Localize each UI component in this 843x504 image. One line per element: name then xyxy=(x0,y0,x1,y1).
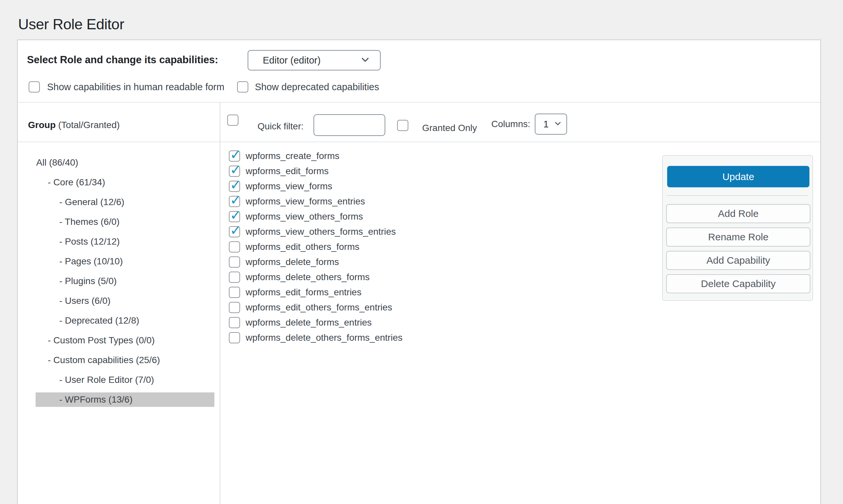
capability-row: ✓wpforms_view_forms_entries xyxy=(229,196,637,207)
group-tree-item[interactable]: - Posts (12/12) xyxy=(36,234,214,249)
group-tree-item[interactable]: - WPForms (13/6) xyxy=(36,392,214,407)
capability-checkbox[interactable]: ✓ xyxy=(229,226,240,237)
group-tree-item[interactable]: All (86/40) xyxy=(36,156,214,170)
group-tree-item[interactable]: - User Role Editor (7/0) xyxy=(36,373,214,387)
capability-label: wpforms_edit_others_forms_entries xyxy=(246,302,392,313)
check-icon: ✓ xyxy=(230,178,241,192)
group-header-rest: (Total/Granted) xyxy=(56,120,120,130)
filter-reverse-checkbox[interactable] xyxy=(227,114,238,126)
role-select[interactable]: Editor (editor) xyxy=(248,50,381,70)
capability-label: wpforms_edit_forms_entries xyxy=(246,287,362,298)
capability-label: wpforms_view_others_forms_entries xyxy=(246,227,396,237)
capability-checkbox[interactable] xyxy=(229,256,240,268)
capability-checkbox[interactable] xyxy=(229,272,240,283)
capability-row: ✓wpforms_view_others_forms xyxy=(229,211,637,222)
capability-label: wpforms_delete_others_forms_entries xyxy=(246,332,402,343)
quick-filter-input[interactable] xyxy=(313,114,385,136)
group-tree-item[interactable]: - Custom capabilities (25/6) xyxy=(36,353,214,367)
columns-select-value: 1 xyxy=(543,119,554,130)
check-icon: ✓ xyxy=(230,193,241,207)
group-tree-item[interactable]: - Core (61/34) xyxy=(36,175,214,190)
group-tree-item[interactable]: - Custom Post Types (0/0) xyxy=(36,333,214,348)
capability-row: wpforms_edit_others_forms_entries xyxy=(229,302,637,313)
add-capability-button[interactable]: Add Capability xyxy=(666,251,810,270)
rename-role-button[interactable]: Rename Role xyxy=(666,228,810,247)
deprecated-checkbox[interactable] xyxy=(237,81,248,92)
capability-row: ✓wpforms_edit_forms xyxy=(229,166,637,177)
column-divider xyxy=(220,103,220,504)
group-tree-item[interactable]: - Plugins (5/0) xyxy=(36,274,214,288)
capability-label: wpforms_create_forms xyxy=(246,151,340,161)
chevron-down-icon xyxy=(360,55,370,66)
role-select-value: Editor (editor) xyxy=(263,55,360,66)
chevron-down-icon xyxy=(554,120,562,129)
human-readable-checkbox[interactable] xyxy=(29,81,40,92)
capability-checkbox[interactable]: ✓ xyxy=(229,211,240,222)
columns-select[interactable]: 1 xyxy=(535,113,567,134)
capability-row: wpforms_edit_others_forms xyxy=(229,241,637,252)
capability-row: wpforms_delete_forms xyxy=(229,256,637,268)
capability-row: ✓wpforms_create_forms xyxy=(229,150,637,162)
group-tree-item[interactable]: - Pages (10/10) xyxy=(36,254,214,269)
quick-filter-label: Quick filter: xyxy=(257,121,304,132)
capability-label: wpforms_delete_others_forms xyxy=(246,272,370,283)
capability-checkbox[interactable]: ✓ xyxy=(229,181,240,192)
page-title: User Role Editor xyxy=(18,16,124,33)
capability-checkbox[interactable] xyxy=(229,332,240,343)
check-icon: ✓ xyxy=(230,148,241,162)
actions-panel: Update Add Role Rename Role Add Capabili… xyxy=(662,155,813,301)
delete-capability-button[interactable]: Delete Capability xyxy=(666,274,810,293)
capability-checkbox[interactable] xyxy=(229,317,240,328)
select-role-label: Select Role and change its capabilities: xyxy=(27,53,218,67)
columns-label: Columns: xyxy=(491,119,530,130)
capability-label: wpforms_view_forms_entries xyxy=(246,196,365,207)
capability-row: wpforms_delete_forms_entries xyxy=(229,317,637,328)
check-icon: ✓ xyxy=(230,223,241,237)
capability-row: wpforms_delete_others_forms xyxy=(229,272,637,283)
group-header: Group (Total/Granted) xyxy=(28,120,120,131)
check-icon: ✓ xyxy=(230,209,241,222)
group-tree: All (86/40)- Core (61/34)- General (12/6… xyxy=(36,156,214,412)
group-header-bold: Group xyxy=(28,120,56,130)
capability-list: ✓wpforms_create_forms✓wpforms_edit_forms… xyxy=(229,150,637,347)
group-tree-item[interactable]: - General (12/6) xyxy=(36,195,214,209)
capability-row: ✓wpforms_view_forms xyxy=(229,181,637,192)
update-button[interactable]: Update xyxy=(667,166,809,187)
capability-checkbox[interactable]: ✓ xyxy=(229,166,240,177)
group-tree-item[interactable]: - Themes (6/0) xyxy=(36,215,214,229)
capability-row: wpforms_edit_forms_entries xyxy=(229,287,637,298)
divider xyxy=(667,195,808,196)
capability-row: wpforms_delete_others_forms_entries xyxy=(229,332,637,343)
group-tree-item[interactable]: - Users (6/0) xyxy=(36,294,214,308)
user-role-editor-card: Select Role and change its capabilities:… xyxy=(17,39,821,504)
granted-only-checkbox[interactable] xyxy=(397,120,408,131)
capability-label: wpforms_view_forms xyxy=(246,181,332,192)
capability-label: wpforms_delete_forms_entries xyxy=(246,317,372,328)
capability-checkbox[interactable] xyxy=(229,241,240,252)
capability-checkbox[interactable] xyxy=(229,302,240,313)
capability-checkbox[interactable]: ✓ xyxy=(229,196,240,207)
capability-checkbox[interactable]: ✓ xyxy=(229,150,240,162)
capability-label: wpforms_edit_forms xyxy=(246,166,329,177)
divider xyxy=(18,142,820,142)
check-icon: ✓ xyxy=(230,163,241,177)
capability-label: wpforms_edit_others_forms xyxy=(246,241,359,252)
capability-label: wpforms_delete_forms xyxy=(246,257,339,267)
deprecated-label: Show deprecated capabilities xyxy=(255,81,379,92)
capability-label: wpforms_view_others_forms xyxy=(246,211,363,222)
capability-row: ✓wpforms_view_others_forms_entries xyxy=(229,226,637,237)
capability-checkbox[interactable] xyxy=(229,287,240,298)
add-role-button[interactable]: Add Role xyxy=(666,204,810,223)
divider xyxy=(18,102,820,103)
group-tree-item[interactable]: - Deprecated (12/8) xyxy=(36,313,214,328)
human-readable-label: Show capabilities in human readable form xyxy=(47,81,224,92)
granted-only-label: Granted Only xyxy=(422,123,477,134)
